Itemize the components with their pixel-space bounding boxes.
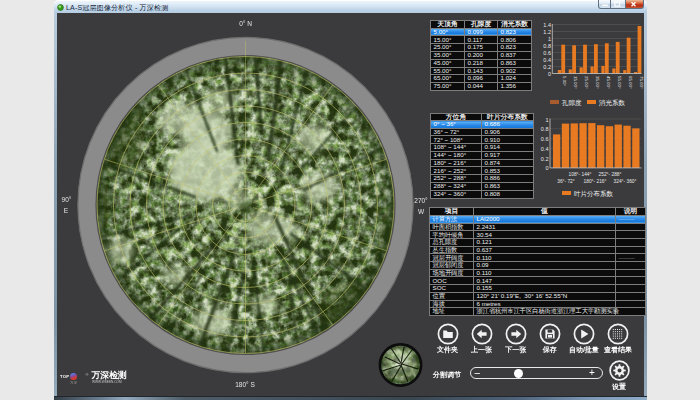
svg-text:0.6: 0.6 bbox=[543, 50, 551, 56]
svg-text:W: W bbox=[417, 208, 424, 215]
svg-text:1.4: 1.4 bbox=[543, 22, 551, 28]
svg-text:0: 0 bbox=[548, 71, 551, 77]
svg-text:25.00°: 25.00° bbox=[584, 76, 589, 89]
svg-text:180°- 216°: 180°- 216° bbox=[584, 179, 607, 184]
svg-text:180° S: 180° S bbox=[235, 381, 255, 388]
svg-text:0: 0 bbox=[545, 165, 548, 171]
svg-text:90°: 90° bbox=[61, 196, 71, 203]
svg-text:55.00°: 55.00° bbox=[617, 76, 622, 89]
svg-text:0.4: 0.4 bbox=[543, 57, 551, 63]
svg-text:0.8: 0.8 bbox=[543, 43, 551, 49]
svg-text:108°- 144°: 108°- 144° bbox=[569, 172, 592, 177]
svg-text:E: E bbox=[63, 207, 68, 214]
svg-text:65.00°: 65.00° bbox=[628, 76, 633, 89]
svg-text:0.6: 0.6 bbox=[541, 136, 549, 142]
svg-text:1.2: 1.2 bbox=[543, 29, 551, 35]
svg-text:45.00°: 45.00° bbox=[606, 76, 611, 89]
svg-text:75.00°: 75.00° bbox=[639, 76, 644, 89]
svg-text:36°- 72°: 36°- 72° bbox=[557, 179, 575, 184]
svg-text:0.4: 0.4 bbox=[541, 146, 549, 152]
svg-text:5.00°: 5.00° bbox=[562, 76, 567, 87]
svg-text:1: 1 bbox=[545, 117, 548, 123]
svg-text:0° N: 0° N bbox=[239, 20, 252, 27]
svg-text:15.00°: 15.00° bbox=[573, 76, 578, 89]
svg-text:1: 1 bbox=[548, 36, 551, 42]
svg-text:252°- 288°: 252°- 288° bbox=[599, 172, 622, 177]
svg-text:0.2: 0.2 bbox=[543, 64, 551, 70]
svg-text:0.8: 0.8 bbox=[541, 126, 549, 132]
svg-text:324°- 360°: 324°- 360° bbox=[614, 179, 637, 184]
svg-text:35.00°: 35.00° bbox=[595, 76, 600, 89]
svg-text:0.2: 0.2 bbox=[541, 156, 549, 162]
svg-text:270°: 270° bbox=[414, 197, 428, 204]
